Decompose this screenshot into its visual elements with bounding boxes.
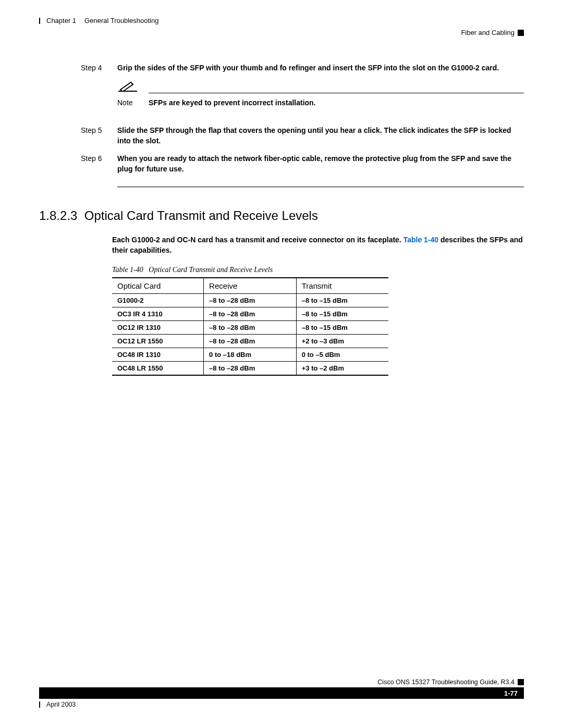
- note-label: Note: [117, 97, 149, 108]
- chapter-title: General Troubleshooting: [84, 17, 158, 24]
- table-header: Optical Card: [112, 278, 204, 294]
- footer-doc-title-row: Cisco ONS 15327 Troubleshooting Guide, R…: [39, 678, 524, 686]
- table-header: Transmit: [296, 278, 388, 294]
- step-label: Step 6: [81, 153, 117, 175]
- note-block: Note SFPs are keyed to prevent incorrect…: [117, 80, 524, 108]
- chapter-number: Chapter 1: [46, 17, 76, 24]
- step-row: Step 6 When you are ready to attach the …: [81, 153, 524, 175]
- footer-date: April 2003: [46, 701, 76, 708]
- section-intro: Each G1000-2 and OC-N card has a transmi…: [112, 235, 524, 256]
- section-number: 1.8.2.3: [39, 208, 77, 223]
- table-caption: Table 1-40 Optical Card Transmit and Rec…: [112, 266, 524, 274]
- page-number: 1-77: [504, 689, 518, 697]
- step-row: Step 4 Grip the sides of the SFP with yo…: [81, 63, 524, 118]
- footer-square-icon: [518, 679, 524, 685]
- footer-bottom: April 2003: [39, 701, 524, 708]
- step-label: Step 4: [81, 63, 117, 118]
- section-title: Optical Card Transmit and Receive Levels: [84, 208, 318, 223]
- footer: Cisco ONS 15327 Troubleshooting Guide, R…: [39, 678, 524, 708]
- pencil-icon: [118, 80, 524, 92]
- step-text: Slide the SFP through the flap that cove…: [117, 125, 524, 146]
- note-rule-icon: [149, 93, 524, 93]
- step-label: Step 5: [81, 125, 117, 146]
- footer-page-bar: 1-77: [39, 687, 524, 699]
- table-link[interactable]: Table 1-40: [403, 236, 438, 244]
- table-caption-prefix: Table 1-40: [112, 266, 143, 274]
- step-row: Step 5 Slide the SFP through the flap th…: [81, 125, 524, 146]
- footer-doc-title: Cisco ONS 15327 Troubleshooting Guide, R…: [377, 678, 515, 686]
- table-header: Receive: [204, 278, 297, 294]
- section-heading: 1.8.2.3 Optical Card Transmit and Receiv…: [39, 208, 524, 223]
- table-row: OC48 IR 1310 0 to –18 dBm 0 to –5 dBm: [112, 348, 388, 362]
- table-row: OC3 IR 4 1310 –8 to –28 dBm –8 to –15 dB…: [112, 307, 388, 321]
- header-square-icon: [518, 30, 524, 36]
- header-left: Chapter 1 General Troubleshooting: [39, 17, 158, 24]
- header-right: Fiber and Cabling: [461, 29, 524, 36]
- step-text: When you are ready to attach the network…: [117, 153, 524, 175]
- breadcrumb-right: Fiber and Cabling: [461, 29, 515, 36]
- table-row: G1000-2 –8 to –28 dBm –8 to –15 dBm: [112, 294, 388, 307]
- note-text: SFPs are keyed to prevent incorrect inst…: [149, 97, 316, 108]
- step-text: Grip the sides of the SFP with your thum…: [117, 63, 524, 118]
- footer-bar-icon: [39, 701, 40, 708]
- header-bar-icon: [39, 18, 40, 24]
- section-end-bar: [117, 186, 524, 188]
- levels-table: Optical Card Receive Transmit G1000-2 –8…: [112, 277, 388, 376]
- table-row: OC12 LR 1550 –8 to –28 dBm +2 to –3 dBm: [112, 335, 388, 348]
- table-row: OC12 IR 1310 –8 to –28 dBm –8 to –15 dBm: [112, 321, 388, 335]
- table-row: OC48 LR 1550 –8 to –28 dBm +3 to –2 dBm: [112, 362, 388, 376]
- table-caption-title: Optical Card Transmit and Receive Levels: [149, 266, 273, 274]
